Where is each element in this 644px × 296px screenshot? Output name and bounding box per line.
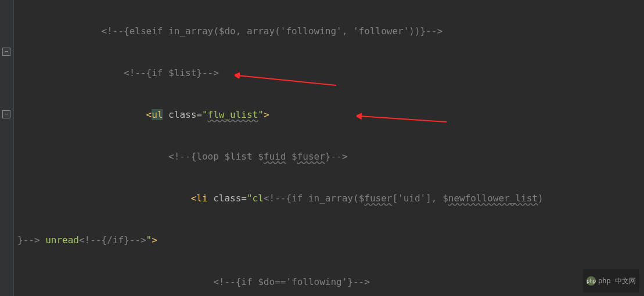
watermark-text: php 中文网	[598, 270, 636, 291]
comment: <!--{/if}-->	[79, 234, 146, 246]
logo-icon: php	[587, 276, 596, 286]
tag: <ul	[146, 109, 163, 120]
comment: <!--{loop $list $fuid $fuser}-->	[168, 151, 347, 162]
attr-value: "flw_ulist"	[202, 109, 264, 120]
code-line[interactable]: <!--{elseif in_array($do, array('followi…	[17, 21, 644, 42]
tag: >	[264, 109, 269, 120]
gutter: − −	[0, 0, 14, 296]
comment: }-->	[17, 234, 45, 246]
code-line[interactable]: <!--{loop $list $fuid $fuser}-->	[17, 146, 644, 167]
attr-value: "cl	[247, 193, 264, 204]
code-line[interactable]: }--> unread<!--{/if}-->">	[17, 230, 644, 251]
comment: <!--{if $do=='following'}-->	[213, 276, 370, 287]
code-line[interactable]: <li class="cl<!--{if in_array($fuser['ui…	[17, 188, 644, 209]
tag: >	[152, 234, 157, 246]
code-editor: − − <!--{elseif in_array($do, array('fol…	[0, 0, 644, 296]
comment: <!--{if in_array($fuser['uid'], $newfoll…	[264, 193, 544, 204]
code-line[interactable]: <!--{if $do=='following'}-->	[17, 272, 644, 293]
comment: <!--{elseif in_array($do, array('followi…	[102, 26, 443, 37]
fold-icon[interactable]: −	[2, 48, 10, 56]
code-line[interactable]: <ul class="flw_ulist">	[17, 104, 644, 125]
comment: <!--{if $list}-->	[124, 67, 219, 78]
attr-name: class=	[213, 193, 247, 204]
tag: <li	[191, 193, 208, 204]
code-area[interactable]: <!--{elseif in_array($do, array('followi…	[14, 0, 644, 296]
attr-name: class=	[168, 109, 202, 120]
code-line[interactable]: <!--{if $list}-->	[17, 63, 644, 84]
fold-icon[interactable]: −	[2, 110, 10, 118]
watermark: php php 中文网	[583, 269, 639, 293]
attr-value: "	[146, 234, 152, 246]
attr-value: unread	[45, 234, 79, 246]
